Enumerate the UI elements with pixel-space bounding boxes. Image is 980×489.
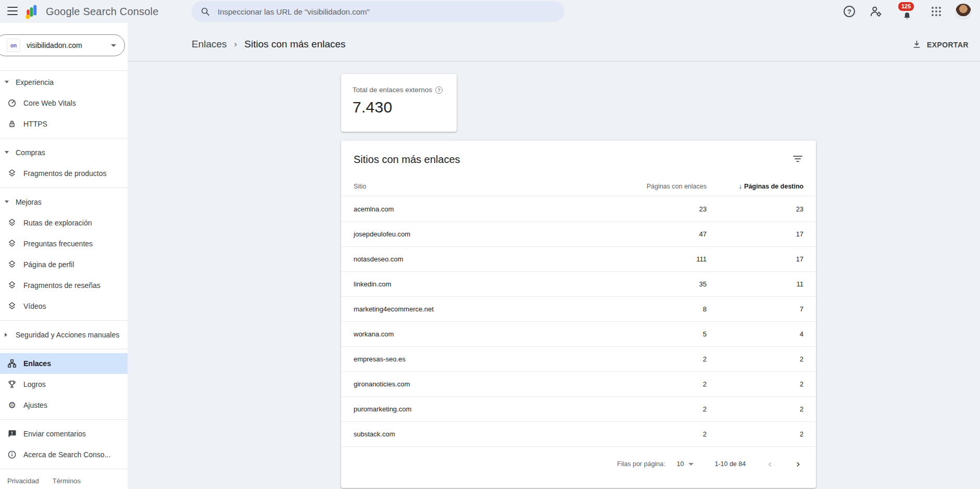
sidebar-item-https[interactable]: HTTPS [0,114,128,134]
sidebar-item-enviar-comentarios[interactable]: Enviar comentarios [0,423,128,444]
column-header-linking-pages[interactable]: Páginas con enlaces [618,183,707,190]
filter-icon[interactable] [793,155,803,165]
cell-target-pages: 17 [707,255,803,263]
rich-result-icon [7,239,17,249]
rows-per-page-label: Filas por página: [617,460,665,468]
previous-page-button[interactable]: ‹ [765,459,774,470]
sidebar-item-label: Ajustes [23,401,47,409]
help-tooltip-icon[interactable]: ? [435,86,443,94]
property-selector[interactable]: on visibilidadon.com [0,34,125,56]
table-row[interactable]: workana.com 5 4 [341,321,816,346]
menu-icon[interactable] [7,7,18,15]
table-row[interactable]: gironanoticies.com 2 2 [341,371,816,396]
privacy-link[interactable]: Privacidad [7,477,39,485]
sidebar-legal: Privacidad Términos [0,473,128,489]
table-row[interactable]: josepdeulofeu.com 47 17 [341,221,816,246]
sidebar-item-enlaces[interactable]: Enlaces [0,353,128,374]
rich-result-icon [7,259,17,270]
breadcrumb-parent[interactable]: Enlaces [192,39,227,50]
table-row[interactable]: marketing4ecommerce.net 8 7 [341,296,816,321]
rows-per-page-value: 10 [677,460,684,468]
sidebar-item-acerca-de-search-console[interactable]: Acerca de Search Conso... [0,444,128,465]
sidebar-item-pagina-de-perfil[interactable]: Página de perfil [0,254,128,275]
help-icon[interactable]: ? [844,6,855,17]
sidebar: on visibilidadon.com Experiencia Core We… [0,23,128,489]
cell-linking-pages: 111 [618,255,707,263]
cell-linking-pages: 2 [618,380,707,388]
terms-link[interactable]: Términos [53,477,81,485]
chevron-down-icon [688,463,694,466]
cell-target-pages: 7 [707,305,803,313]
cell-site: substack.com [354,430,618,438]
export-button[interactable]: EXPORTAR [912,40,969,49]
user-settings-icon[interactable] [869,5,883,18]
trophy-icon [7,379,17,390]
sidebar-item-videos[interactable]: Vídeos [0,296,128,317]
cell-target-pages: 2 [707,405,803,413]
section-mejoras[interactable]: Mejoras [0,192,128,212]
divider [0,419,128,420]
column-header-target-pages[interactable]: ↓Páginas de destino [707,183,803,190]
avatar[interactable] [955,3,972,20]
cell-site: notasdeseo.com [354,255,618,263]
collapse-caret-icon [5,200,9,203]
sidebar-item-label: HTTPS [23,120,47,128]
cell-site: linkedin.com [354,280,618,288]
sidebar-item-label: Enlaces [23,359,51,368]
divider [0,469,128,469]
sidebar-item-label: Vídeos [23,302,46,310]
sidebar-item-fragmentos-de-productos[interactable]: Fragmentos de productos [0,163,128,184]
page-title: Sitios con más enlaces [244,39,345,50]
table-row[interactable]: notasdeseo.com 111 17 [341,246,816,271]
table-row[interactable]: substack.com 2 2 [341,421,816,446]
table-row[interactable]: acemlna.com 23 23 [341,196,816,221]
section-experiencia[interactable]: Experiencia [0,72,128,93]
chevron-down-icon [111,44,116,47]
cell-linking-pages: 23 [618,205,707,213]
cell-site: workana.com [354,330,618,338]
total-external-links-card[interactable]: Total de enlaces externos ? 7.430 [341,74,457,132]
sidebar-item-ajustes[interactable]: ⚙ Ajustes [0,395,128,416]
url-inspection-searchbox[interactable] [192,1,564,22]
property-domain: visibilidadon.com [27,41,111,49]
table-row[interactable]: empresas-seo.es 2 2 [341,346,816,371]
column-header-site[interactable]: Sitio [354,183,618,190]
notifications-button[interactable]: 125 [897,1,918,22]
sidebar-item-logros[interactable]: Logros [0,374,128,395]
info-icon [7,449,17,460]
property-favicon: on [7,39,20,52]
cell-target-pages: 2 [707,380,803,388]
table-pagination: Filas por página: 10 1-10 de 84 ‹ › [341,446,816,481]
rich-result-icon [7,280,17,291]
divider [0,70,128,71]
table-row[interactable]: linkedin.com 35 11 [341,271,816,296]
sidebar-item-preguntas-frecuentes[interactable]: Preguntas frecuentes [0,233,128,254]
divider [0,187,128,188]
top-bar: Google Search Console ? 125 [0,0,980,23]
cell-target-pages: 17 [707,230,803,238]
breadcrumb: Enlaces › Sitios con más enlaces [192,39,346,50]
export-label: EXPORTAR [927,41,969,49]
sidebar-item-core-web-vitals[interactable]: Core Web Vitals [0,93,128,114]
cell-linking-pages: 2 [618,355,707,363]
next-page-button[interactable]: › [794,459,802,470]
rows-per-page-select[interactable]: 10 [677,460,694,468]
table-row[interactable]: puromarketing.com 2 2 [341,396,816,421]
cell-site: marketing4ecommerce.net [354,305,618,313]
google-apps-icon[interactable] [932,7,941,16]
search-input[interactable] [217,7,556,17]
section-compras[interactable]: Compras [0,142,128,163]
sidebar-item-label: Core Web Vitals [23,99,76,107]
sidebar-item-fragmentos-de-resenas[interactable]: Fragmentos de reseñas [0,275,128,296]
app-logo[interactable]: Google Search Console [24,4,159,19]
links-sitemap-icon [7,358,17,369]
sidebar-item-label: Fragmentos de productos [23,169,107,178]
gauge-icon [7,98,17,108]
section-seguridad-y-acciones-manuales[interactable]: Seguridad y Acciones manuales [0,324,128,345]
page-header: Enlaces › Sitios con más enlaces EXPORTA… [128,23,980,61]
section-label: Mejoras [16,198,42,206]
sidebar-item-label: Preguntas frecuentes [23,240,93,248]
sidebar-item-rutas-de-exploracion[interactable]: Rutas de exploración [0,212,128,233]
summary-card-label: Total de enlaces externos [353,86,432,94]
breadcrumb-separator-icon: › [234,39,237,49]
